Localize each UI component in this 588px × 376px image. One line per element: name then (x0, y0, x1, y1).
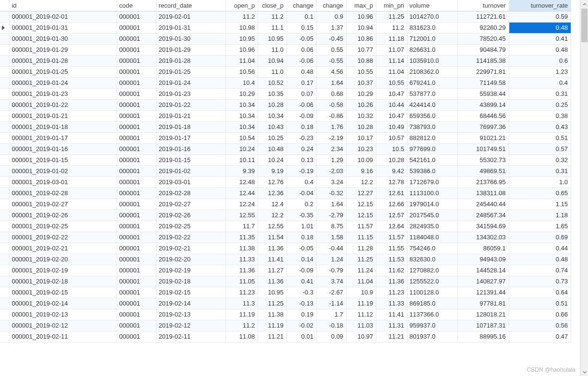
cell-close_p[interactable]: 10.94 (258, 55, 287, 66)
cell-min_p[interactable]: 10.55 (376, 77, 408, 88)
cell-min_p[interactable]: 11.23 (376, 287, 408, 298)
cell-change[interactable]: 0.18 (287, 232, 316, 243)
cell-change[interactable]: 0.15 (287, 22, 316, 33)
row-handle[interactable] (0, 154, 10, 165)
cell-change[interactable]: 0.17 (287, 77, 316, 88)
row-handle[interactable] (0, 210, 10, 221)
cell-id[interactable]: 000001_2019-02-19 (10, 265, 117, 276)
cell-turnover_rate[interactable]: 1.23 (509, 66, 571, 77)
cell-close_p[interactable]: 11.0 (258, 66, 287, 77)
cell-close_p[interactable]: 11.38 (258, 309, 287, 320)
cell-min_p[interactable]: 12.66 (376, 199, 408, 210)
column-header-code[interactable]: code (117, 0, 156, 11)
cell-min_p[interactable]: 11.04 (376, 66, 408, 77)
cell-min_p[interactable]: 10.28 (376, 154, 408, 165)
cell-record_date[interactable]: 2019-01-17 (156, 132, 226, 143)
cell-min_p[interactable]: 11.2 (376, 22, 408, 33)
cell-id[interactable]: 000001_2019-01-24 (10, 77, 117, 88)
cell-turnover[interactable]: 94943.09 (457, 254, 509, 265)
cell-min_p[interactable]: 11.53 (376, 254, 408, 265)
cell-max_p[interactable]: 11.04 (347, 276, 376, 287)
cell-volume[interactable]: 1255522.0 (408, 276, 458, 287)
cell-turnover[interactable]: 248567.34 (457, 210, 509, 221)
column-header-open_p[interactable]: open_p (226, 0, 258, 11)
cell-code[interactable]: 000001 (117, 331, 156, 342)
cell-changep[interactable]: 3.74 (316, 276, 346, 287)
cell-close_p[interactable]: 10.24 (258, 154, 287, 165)
cell-changep[interactable]: -0.18 (316, 320, 346, 331)
cell-record_date[interactable]: 2019-02-25 (156, 221, 226, 232)
cell-max_p[interactable]: 11.03 (347, 320, 376, 331)
cell-code[interactable]: 000001 (117, 199, 156, 210)
cell-close_p[interactable]: 11.21 (258, 331, 287, 342)
cell-code[interactable]: 000001 (117, 88, 156, 99)
table-row[interactable]: 000001_2019-01-280000012019-01-2811.0410… (0, 55, 571, 66)
cell-turnover[interactable]: 55938.44 (457, 88, 509, 99)
cell-changep[interactable]: 1.64 (316, 199, 346, 210)
column-header-id[interactable]: id (10, 0, 117, 11)
cell-code[interactable]: 000001 (117, 99, 156, 110)
table-row[interactable]: 000001_2019-01-210000012019-01-2110.3410… (0, 110, 571, 121)
row-handle[interactable] (0, 276, 10, 287)
table-row[interactable]: 000001_2019-01-240000012019-01-2410.410.… (0, 77, 571, 88)
cell-min_p[interactable]: 12.57 (376, 210, 408, 221)
cell-id[interactable]: 000001_2019-02-12 (10, 320, 117, 331)
cell-changep[interactable]: -0.58 (316, 99, 346, 110)
cell-changep[interactable]: 1.29 (316, 154, 346, 165)
row-handle[interactable] (0, 77, 10, 88)
cell-changep[interactable]: -0.86 (316, 110, 346, 121)
cell-id[interactable]: 000001_2019-01-23 (10, 88, 117, 99)
cell-min_p[interactable]: 12.78 (376, 176, 408, 188)
cell-code[interactable]: 000001 (117, 77, 156, 88)
cell-min_p[interactable]: 11.55 (376, 243, 408, 254)
cell-code[interactable]: 000001 (117, 221, 156, 232)
cell-open_p[interactable]: 10.24 (226, 143, 258, 154)
cell-min_p[interactable]: 11.14 (376, 55, 408, 66)
table-row[interactable]: 000001_2019-01-290000012019-01-2910.9611… (0, 44, 571, 55)
cell-turnover[interactable]: 121391.44 (457, 287, 509, 298)
cell-code[interactable]: 000001 (117, 232, 156, 243)
table-row[interactable]: 000001_2019-02-150000012019-02-1511.2310… (0, 287, 571, 298)
cell-close_p[interactable]: 12.36 (258, 188, 287, 199)
cell-record_date[interactable]: 2019-01-29 (156, 44, 226, 55)
cell-volume[interactable]: 1137366.0 (408, 309, 458, 320)
cell-id[interactable]: 000001_2019-02-27 (10, 199, 117, 210)
cell-open_p[interactable]: 10.34 (226, 110, 258, 121)
cell-volume[interactable]: 1184048.0 (408, 232, 458, 243)
cell-turnover_rate[interactable]: 0.25 (509, 99, 571, 110)
cell-turnover_rate[interactable]: 0.48 (509, 254, 571, 265)
cell-change[interactable]: 0.14 (287, 254, 316, 265)
cell-code[interactable]: 000001 (117, 287, 156, 298)
cell-turnover[interactable]: 213766.95 (457, 176, 509, 188)
table-row[interactable]: 000001_2019-02-280000012019-02-2812.4412… (0, 188, 571, 199)
cell-turnover_rate[interactable]: 1.0 (509, 176, 571, 188)
cell-open_p[interactable]: 11.2 (226, 11, 258, 22)
cell-turnover_rate[interactable]: 0.56 (509, 320, 571, 331)
table-row[interactable]: 000001_2019-02-110000012019-02-1111.0811… (0, 331, 571, 342)
cell-turnover_rate[interactable]: 0.74 (509, 265, 571, 276)
cell-volume[interactable]: 537877.0 (408, 88, 458, 99)
cell-change[interactable]: -0.09 (287, 110, 316, 121)
cell-id[interactable]: 000001_2019-01-18 (10, 121, 117, 132)
row-handle[interactable] (0, 33, 10, 44)
cell-record_date[interactable]: 2019-02-11 (156, 331, 226, 342)
cell-min_p[interactable]: 11.57 (376, 232, 408, 243)
table-row[interactable]: 000001_2019-01-150000012019-01-1510.1110… (0, 154, 571, 165)
cell-code[interactable]: 000001 (117, 44, 156, 55)
table-row[interactable]: 000001_2019-03-010000012019-03-0112.4812… (0, 176, 571, 188)
cell-change[interactable]: -0.06 (287, 55, 316, 66)
cell-turnover[interactable]: 138311.08 (457, 188, 509, 199)
cell-max_p[interactable]: 10.86 (347, 33, 376, 44)
cell-changep[interactable]: 0.68 (316, 88, 346, 99)
row-handle[interactable] (0, 44, 10, 55)
row-handle[interactable] (0, 110, 10, 121)
row-handle[interactable] (0, 55, 10, 66)
table-row[interactable]: 000001_2019-01-250000012019-01-2510.5611… (0, 66, 571, 77)
cell-code[interactable]: 000001 (117, 33, 156, 44)
table-row[interactable]: 000001_2019-02-270000012019-02-2712.2412… (0, 199, 571, 210)
cell-open_p[interactable]: 11.2 (226, 320, 258, 331)
table-row[interactable]: 000001_2019-02-180000012019-02-1811.0511… (0, 276, 571, 287)
table-row[interactable]: 000001_2019-01-300000012019-01-3010.9510… (0, 33, 571, 44)
cell-volume[interactable]: 1979014.0 (408, 199, 458, 210)
cell-open_p[interactable]: 11.04 (226, 55, 258, 66)
